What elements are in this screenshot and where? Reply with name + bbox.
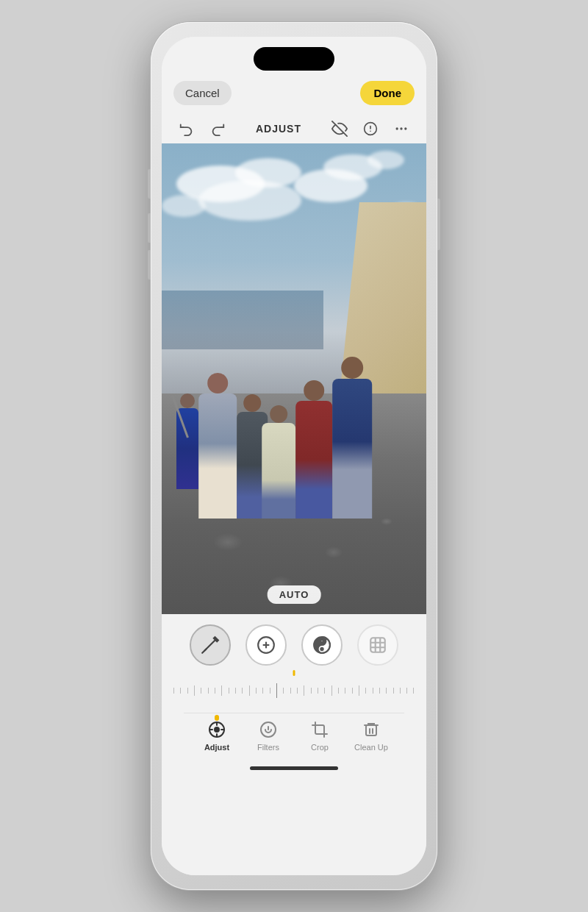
svg-rect-15 xyxy=(370,638,385,652)
undo-button[interactable] xyxy=(176,118,197,139)
tool-buttons xyxy=(190,624,398,666)
cloud-3 xyxy=(198,180,301,221)
people-group xyxy=(198,379,372,519)
adjust-tab-label: Adjust xyxy=(204,743,229,752)
active-indicator xyxy=(215,715,219,719)
photo-scene: AUTO xyxy=(162,143,426,614)
photo-area: AUTO xyxy=(162,143,426,614)
phone-frame: Cancel Done ADJUST xyxy=(151,22,437,890)
adjust-icon xyxy=(207,719,227,740)
done-button[interactable]: Done xyxy=(360,81,415,105)
yin-yang-button[interactable] xyxy=(301,624,343,666)
slider-ticks xyxy=(173,683,415,698)
crop-tab-label: Crop xyxy=(311,743,329,752)
sea xyxy=(162,291,323,349)
filters-icon xyxy=(258,719,279,740)
fourth-tool-button[interactable] xyxy=(357,624,398,666)
slider-indicator xyxy=(293,670,295,676)
adjustment-slider[interactable] xyxy=(162,676,426,705)
toolbar-left xyxy=(176,118,228,139)
tab-bar: Adjust Filters xyxy=(184,713,404,760)
toolbar-right xyxy=(329,118,412,139)
svg-point-6 xyxy=(396,128,398,129)
wand-tool-button[interactable] xyxy=(190,624,231,666)
crop-icon xyxy=(309,719,330,740)
svg-point-21 xyxy=(215,727,219,732)
tab-crop[interactable]: Crop xyxy=(294,719,345,752)
person-4 xyxy=(295,401,332,519)
home-bar xyxy=(250,766,338,770)
svg-point-4 xyxy=(401,128,402,129)
hide-original-button[interactable] xyxy=(329,118,350,139)
cancel-button[interactable]: Cancel xyxy=(173,81,232,105)
auto-badge: AUTO xyxy=(268,585,321,604)
toolbar-title: ADJUST xyxy=(256,123,301,135)
cleanup-icon xyxy=(361,719,381,740)
dynamic-island xyxy=(254,47,334,71)
cleanup-tab-label: Clean Up xyxy=(354,743,388,752)
add-adjustment-button[interactable] xyxy=(245,624,287,666)
edit-toolbar: ADJUST xyxy=(162,113,426,143)
phone-screen: Cancel Done ADJUST xyxy=(162,37,426,875)
tab-adjust[interactable]: Adjust xyxy=(191,719,243,752)
person-3 xyxy=(262,423,295,519)
svg-point-5 xyxy=(405,128,406,129)
tab-cleanup[interactable]: Clean Up xyxy=(345,719,397,752)
cloud-7 xyxy=(368,151,404,169)
cloud-6 xyxy=(162,195,206,217)
svg-point-13 xyxy=(320,640,323,642)
home-indicator xyxy=(250,760,338,779)
svg-line-8 xyxy=(202,649,206,652)
controls-area: Adjust Filters xyxy=(162,614,426,875)
person-1 xyxy=(198,393,237,519)
tab-filters[interactable]: Filters xyxy=(243,719,294,752)
filters-tab-label: Filters xyxy=(257,743,279,752)
markup-button[interactable] xyxy=(360,118,381,139)
more-options-button[interactable] xyxy=(391,118,412,139)
svg-point-14 xyxy=(320,648,323,650)
person-5 xyxy=(332,379,372,519)
redo-button[interactable] xyxy=(207,118,228,139)
svg-rect-24 xyxy=(366,725,376,735)
